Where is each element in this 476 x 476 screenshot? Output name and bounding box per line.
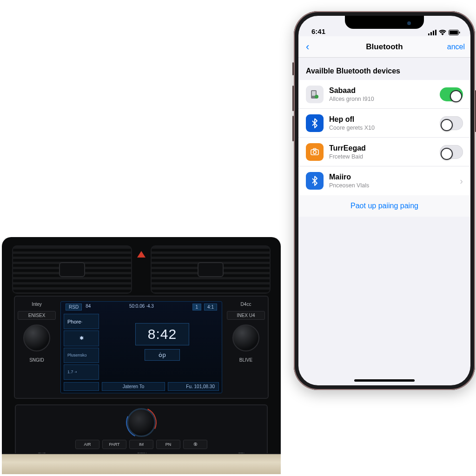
svg-rect-3 xyxy=(435,30,436,35)
cellular-icon xyxy=(428,30,436,35)
hu-side-tabs: Phore· ✱ Plusensko 1.7➝ xyxy=(64,314,99,380)
device-sub: Allces gronn I910 xyxy=(329,96,434,102)
volume-knob[interactable] xyxy=(23,324,50,351)
hu-clock: 8:42 xyxy=(135,323,189,345)
climate-btn-pn[interactable]: PN xyxy=(156,440,180,449)
device-name: TurrEegad xyxy=(329,144,434,152)
bluetooth-icon xyxy=(306,114,324,132)
status-icons xyxy=(428,30,460,35)
climate-buttons: AIR PART IM PN ⦿ xyxy=(20,440,263,449)
svg-rect-1 xyxy=(430,32,432,35)
back-button[interactable]: ‹ xyxy=(304,41,311,53)
hu-bottom-center[interactable]: Jateren To xyxy=(102,382,165,391)
svg-rect-8 xyxy=(312,91,316,96)
svg-rect-0 xyxy=(428,33,430,35)
vent-right[interactable] xyxy=(151,245,271,294)
camera-icon xyxy=(306,143,324,161)
section-header-available-devices: Availble Bluetooth devices xyxy=(298,58,470,80)
head-unit: Intey ENISEX SNGID RSD 84 50:0.06 ·4.3 1… xyxy=(14,296,269,399)
phone-volume-up[interactable] xyxy=(292,86,294,111)
hu-right-bottom-label: BLIVE xyxy=(227,356,265,364)
battery-icon xyxy=(449,30,460,35)
device-name: Hep ofl xyxy=(329,115,434,124)
head-unit-screen[interactable]: RSD 84 50:0.06 ·4.3 1 4:1 Phore· ✱ Pluse… xyxy=(60,301,222,393)
temperature-dial[interactable] xyxy=(127,408,156,437)
device-labels: Sabaad Allces gronn I910 xyxy=(329,86,434,102)
chevron-right-icon: › xyxy=(460,176,463,186)
hu-topbar: RSD 84 50:0.06 ·4.3 1 4:1 xyxy=(61,304,222,311)
head-unit-left-panel: Intey ENISEX SNGID xyxy=(15,297,59,398)
climate-btn-last[interactable]: ⦿ xyxy=(183,440,207,449)
device-labels: Maiiro Pnceosen Vlals xyxy=(329,173,454,189)
device-labels: TurrEegad Frcetew Baid xyxy=(329,144,434,160)
hu-top-left-a: RSD xyxy=(66,304,82,311)
svg-point-11 xyxy=(313,151,316,153)
device-sub: Pnceosen Vlals xyxy=(329,182,454,189)
hu-left-button-1[interactable]: ENISEX xyxy=(18,311,56,320)
nav-title: Bluetooth xyxy=(298,42,470,52)
device-row[interactable]: TurrEegad Frcetew Baid xyxy=(298,138,470,166)
hu-right-top-label: D4cc xyxy=(227,300,265,308)
home-indicator[interactable] xyxy=(354,379,415,382)
pair-new-link[interactable]: Paot up paiing paing xyxy=(298,195,470,217)
hu-tab-bt-icon[interactable]: ✱ xyxy=(64,331,99,346)
climate-btn-part[interactable]: PART xyxy=(102,440,126,449)
phone-volume-down[interactable] xyxy=(292,116,294,141)
hu-top-r1: 1 xyxy=(192,304,202,311)
phone-notch xyxy=(345,16,424,29)
status-time: 6:41 xyxy=(311,27,325,35)
head-unit-right-panel: D4cc INEX U4 BLIVE xyxy=(224,297,268,398)
vent-knob[interactable] xyxy=(59,262,85,277)
car-dashboard: Intey ENISEX SNGID RSD 84 50:0.06 ·4.3 1… xyxy=(2,237,281,474)
bluetooth-icon xyxy=(306,172,324,190)
hu-subline: ȯp xyxy=(145,349,180,361)
climate-btn-im[interactable]: IM xyxy=(129,440,153,449)
device-name: Sabaad xyxy=(329,86,434,95)
device-app-icon xyxy=(306,86,324,103)
device-toggle[interactable] xyxy=(440,145,463,159)
svg-rect-2 xyxy=(433,31,434,35)
tune-knob[interactable] xyxy=(232,324,259,351)
hu-top-center: 50:0.06 ·4.3 xyxy=(129,304,154,311)
wifi-icon xyxy=(439,30,446,35)
hu-left-bottom-label: SNGID xyxy=(18,356,56,364)
device-name: Maiiro xyxy=(329,173,454,181)
vent-knob[interactable] xyxy=(198,262,224,277)
hu-right-button-1[interactable]: INEX U4 xyxy=(227,311,265,320)
hazard-button-icon[interactable] xyxy=(137,251,145,258)
vent-left[interactable] xyxy=(12,245,132,294)
hu-top-r2: 4:1 xyxy=(204,304,217,311)
hu-tab-3[interactable]: Plusensko xyxy=(64,348,99,363)
hu-top-left-b: 84 xyxy=(86,304,91,311)
nav-cancel-link[interactable]: ancel xyxy=(447,43,465,51)
hu-left-top-label: Intey xyxy=(18,300,56,308)
device-row[interactable]: Hep ofl Coore gerets X10 xyxy=(298,109,470,138)
phone-device-frame: 6:41 ‹ Bluetooth ancel Availble Bluetoot… xyxy=(294,11,475,390)
nav-bar: ‹ Bluetooth ancel xyxy=(298,36,470,58)
device-row[interactable]: Sabaad Allces gronn I910 xyxy=(298,80,470,109)
phone-screen: 6:41 ‹ Bluetooth ancel Availble Bluetoot… xyxy=(298,16,470,385)
hu-bottombar: Jateren To Fu. 101,08.30 xyxy=(61,382,222,391)
device-toggle[interactable] xyxy=(440,87,463,101)
dash-lower-trim xyxy=(2,453,281,474)
hu-tab-phone[interactable]: Phore· xyxy=(64,314,99,329)
hu-center: 8:42 ȯp xyxy=(117,323,208,361)
device-toggle[interactable] xyxy=(440,116,463,130)
svg-rect-6 xyxy=(459,32,460,33)
climate-btn-air[interactable]: AIR xyxy=(75,440,99,449)
hu-tab-4[interactable]: 1.7➝ xyxy=(64,364,99,380)
device-row[interactable]: Maiiro Pnceosen Vlals › xyxy=(298,166,470,195)
device-list: Sabaad Allces gronn I910 Hep ofl Coore g… xyxy=(298,80,470,195)
hu-bottom-right: Fu. 101,08.30 xyxy=(168,382,219,391)
device-sub: Coore gerets X10 xyxy=(329,125,434,131)
device-sub: Frcetew Baid xyxy=(329,153,434,160)
svg-rect-5 xyxy=(450,31,458,34)
svg-rect-12 xyxy=(313,148,316,150)
climate-panel: AIR PART IM PN ⦿ PUS P70N PDI xyxy=(15,404,268,459)
phone-silence-switch[interactable] xyxy=(292,62,294,75)
device-labels: Hep ofl Coore gerets X10 xyxy=(329,115,434,131)
svg-point-9 xyxy=(315,95,318,99)
